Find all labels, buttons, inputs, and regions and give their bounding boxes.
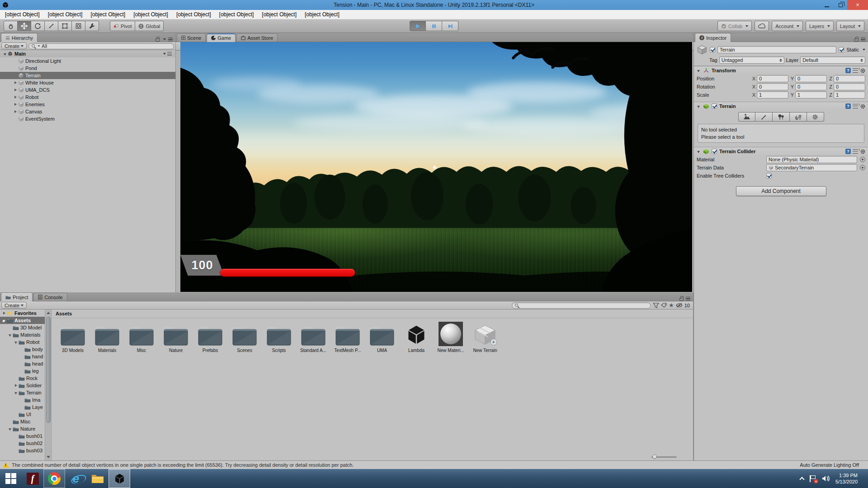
- static-dropdown-icon[interactable]: [863, 49, 865, 51]
- pause-button[interactable]: [426, 21, 442, 31]
- asset-tile[interactable]: New Materi...: [434, 321, 468, 353]
- asset-tile[interactable]: Nature: [159, 321, 193, 353]
- close-button[interactable]: ×: [847, 0, 868, 10]
- tab-console[interactable]: Console: [33, 293, 67, 301]
- tab-asset-store[interactable]: Asset Store: [236, 33, 278, 42]
- project-tree-item[interactable]: Nature: [0, 425, 45, 432]
- hierarchy-item[interactable]: Pond: [0, 65, 175, 72]
- icon-size-slider-thumb[interactable]: [652, 455, 657, 459]
- terrain-collider-header[interactable]: Terrain Collider: [694, 147, 868, 155]
- taskbar-app-chrome[interactable]: [43, 469, 65, 488]
- transform-component-header[interactable]: Transform: [694, 66, 868, 75]
- icon-size-slider[interactable]: [651, 456, 677, 458]
- y-field[interactable]: 0: [795, 75, 827, 82]
- layer-dropdown[interactable]: Default: [800, 56, 865, 64]
- menu-item[interactable]: [object Object]: [1, 10, 44, 19]
- chevron-down-icon[interactable]: [163, 53, 166, 55]
- start-button[interactable]: [0, 469, 22, 488]
- presets-icon[interactable]: [853, 149, 858, 154]
- foldout-icon[interactable]: [13, 384, 19, 387]
- hierarchy-item[interactable]: Terrain: [0, 72, 175, 79]
- project-tree-item[interactable]: bush03: [0, 447, 45, 454]
- foldout-icon[interactable]: [13, 81, 18, 84]
- asset-tile[interactable]: New Terrain: [468, 321, 502, 353]
- menu-item[interactable]: [object Object]: [258, 10, 301, 19]
- menu-item[interactable]: [object Object]: [172, 10, 215, 19]
- project-tree-item[interactable]: Misc: [0, 418, 45, 425]
- project-tree-item[interactable]: bush01: [0, 432, 45, 440]
- y-field[interactable]: 1: [795, 91, 827, 99]
- foldout-icon[interactable]: [1, 312, 7, 314]
- taskbar-app-flash[interactable]: [22, 469, 43, 488]
- hierarchy-item[interactable]: Directional Light: [0, 57, 175, 65]
- help-icon[interactable]: [845, 149, 851, 154]
- terrain-component-header[interactable]: Terrain: [694, 102, 868, 110]
- tab-scene[interactable]: Scene: [177, 33, 206, 42]
- hand-tool-button[interactable]: [4, 21, 18, 31]
- gear-icon[interactable]: [860, 149, 866, 155]
- active-checkbox[interactable]: [710, 47, 715, 52]
- help-icon[interactable]: [845, 103, 851, 109]
- project-tree-item[interactable]: Materials: [0, 331, 45, 338]
- tree-colliders-checkbox[interactable]: [766, 173, 772, 178]
- terrain-trees-button[interactable]: [773, 112, 790, 122]
- taskbar-app-unity[interactable]: [108, 469, 130, 488]
- move-tool-button[interactable]: [18, 21, 31, 31]
- account-dropdown[interactable]: Account: [772, 21, 803, 31]
- lock-icon[interactable]: [156, 38, 160, 42]
- hidden-packages-icon[interactable]: [676, 303, 683, 308]
- hierarchy-item[interactable]: Canvas: [0, 108, 175, 115]
- project-tree-item[interactable]: bush02: [0, 440, 45, 447]
- project-search-input[interactable]: [512, 302, 651, 309]
- presets-icon[interactable]: [853, 104, 858, 108]
- layers-dropdown[interactable]: Layers: [806, 21, 834, 31]
- rect-tool-button[interactable]: [58, 21, 72, 31]
- transform-tool-button[interactable]: [72, 21, 85, 31]
- gear-icon[interactable]: [860, 103, 866, 109]
- collab-button[interactable]: Collab: [717, 21, 752, 31]
- asset-tile[interactable]: UMA: [365, 321, 399, 353]
- panel-menu-icon[interactable]: [861, 38, 865, 41]
- play-button[interactable]: [410, 21, 426, 31]
- lock-icon[interactable]: [679, 298, 684, 301]
- foldout-icon[interactable]: [7, 427, 13, 431]
- panel-menu-icon[interactable]: [168, 38, 173, 41]
- minimize-button[interactable]: [820, 0, 834, 10]
- project-tree-scrollbar[interactable]: [45, 310, 52, 460]
- scroll-up-icon[interactable]: [47, 312, 50, 314]
- layout-dropdown[interactable]: Layout: [836, 21, 864, 31]
- terrain-paint-button[interactable]: [755, 112, 773, 122]
- cloud-button[interactable]: [755, 21, 769, 31]
- hierarchy-item[interactable]: EventSystem: [0, 115, 175, 122]
- project-tree-item[interactable]: 3D Model: [0, 324, 45, 331]
- component-enabled-checkbox[interactable]: [712, 103, 717, 109]
- hierarchy-scene-row[interactable]: Main: [0, 50, 175, 57]
- tab-game[interactable]: Game: [207, 33, 236, 42]
- asset-tile[interactable]: Standard A...: [296, 321, 330, 353]
- volume-icon[interactable]: [822, 475, 830, 482]
- project-tree-item[interactable]: Soldier: [0, 382, 45, 389]
- project-tree-item[interactable]: leg: [0, 367, 45, 375]
- project-tree-item[interactable]: hand: [0, 353, 45, 360]
- terrain-create-neighbor-button[interactable]: [738, 112, 755, 122]
- foldout-icon[interactable]: [13, 103, 18, 106]
- material-object-field[interactable]: None (Physic Material): [766, 156, 857, 163]
- status-bar[interactable]: The combined number of detail object ver…: [0, 460, 868, 469]
- project-tree-item[interactable]: Favorites: [0, 310, 45, 317]
- search-by-label-icon[interactable]: [661, 303, 667, 308]
- terrain-settings-button[interactable]: [807, 112, 824, 122]
- foldout-icon[interactable]: [13, 340, 19, 344]
- project-tree-item[interactable]: Robot: [0, 338, 45, 346]
- hierarchy-item[interactable]: UMA_DCS: [0, 86, 175, 94]
- presets-icon[interactable]: [853, 68, 858, 73]
- x-field[interactable]: 0: [757, 83, 788, 90]
- project-tree-item[interactable]: head: [0, 360, 45, 367]
- foldout-icon[interactable]: [696, 69, 701, 72]
- step-button[interactable]: [442, 21, 458, 31]
- foldout-icon[interactable]: [13, 96, 18, 99]
- maximize-button[interactable]: [834, 0, 847, 10]
- tab-project[interactable]: Project: [1, 292, 33, 301]
- action-center-flag-icon[interactable]: [809, 475, 816, 482]
- asset-tile[interactable]: Misc: [124, 321, 159, 353]
- taskbar-clock[interactable]: 1:39 PM 5/13/2020: [835, 472, 858, 485]
